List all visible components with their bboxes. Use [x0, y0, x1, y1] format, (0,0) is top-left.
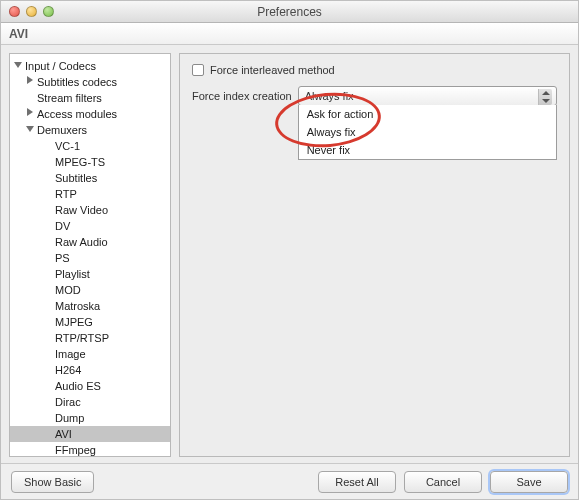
save-button[interactable]: Save: [490, 471, 568, 493]
tree-row[interactable]: Raw Audio: [10, 234, 170, 250]
tree-row-label: Subtitles codecs: [37, 76, 117, 88]
tree-row[interactable]: Raw Video: [10, 202, 170, 218]
tree-row-label: Playlist: [55, 268, 90, 280]
row-force-index: Force index creation Always fix Ask for …: [192, 86, 557, 106]
force-index-select-wrap: Always fix Ask for actionAlways fixNever…: [298, 86, 557, 106]
cancel-button[interactable]: Cancel: [404, 471, 482, 493]
tree-row[interactable]: Input / Codecs: [10, 58, 170, 74]
disclosure-none-icon: [44, 269, 53, 278]
section-header: AVI: [1, 23, 578, 45]
tree-row[interactable]: Stream filters: [10, 90, 170, 106]
tree-row[interactable]: MOD: [10, 282, 170, 298]
disclosure-right-icon[interactable]: [26, 77, 35, 86]
tree-row[interactable]: Access modules: [10, 106, 170, 122]
tree-row-label: Demuxers: [37, 124, 87, 136]
tree-row-label: Matroska: [55, 300, 100, 312]
disclosure-none-icon: [44, 445, 53, 454]
tree-row-label: Subtitles: [55, 172, 97, 184]
disclosure-none-icon: [44, 365, 53, 374]
tree-row-label: Dump: [55, 412, 84, 424]
disclosure-none-icon: [44, 397, 53, 406]
tree-row[interactable]: Matroska: [10, 298, 170, 314]
disclosure-none-icon: [44, 237, 53, 246]
tree-row-label: Image: [55, 348, 86, 360]
dropdown-option[interactable]: Never fix: [299, 141, 556, 159]
tree-row[interactable]: AVI: [10, 426, 170, 442]
content-panel: Force interleaved method Force index cre…: [179, 53, 570, 457]
updown-caret-icon: [538, 89, 552, 105]
force-index-label: Force index creation: [192, 90, 292, 102]
tree-row-label: FFmpeg: [55, 444, 96, 456]
close-icon[interactable]: [9, 6, 20, 17]
tree-row-label: H264: [55, 364, 81, 376]
sidebar: Input / CodecsSubtitles codecsStream fil…: [9, 53, 171, 457]
tree-row[interactable]: Image: [10, 346, 170, 362]
tree-row-label: MPEG-TS: [55, 156, 105, 168]
footer: Show Basic Reset All Cancel Save: [1, 463, 578, 499]
tree-row[interactable]: Subtitles codecs: [10, 74, 170, 90]
show-basic-button[interactable]: Show Basic: [11, 471, 94, 493]
force-index-select-value: Always fix: [305, 90, 354, 102]
disclosure-down-icon[interactable]: [26, 125, 35, 134]
disclosure-none-icon: [44, 381, 53, 390]
tree-row[interactable]: VC-1: [10, 138, 170, 154]
main-body: Input / CodecsSubtitles codecsStream fil…: [1, 45, 578, 463]
dropdown-option[interactable]: Ask for action: [299, 105, 556, 123]
tree-row[interactable]: Playlist: [10, 266, 170, 282]
tree-row-label: Audio ES: [55, 380, 101, 392]
disclosure-none-icon: [44, 317, 53, 326]
tree-row[interactable]: DV: [10, 218, 170, 234]
tree-row-label: MOD: [55, 284, 81, 296]
zoom-icon[interactable]: [43, 6, 54, 17]
tree-row[interactable]: PS: [10, 250, 170, 266]
disclosure-right-icon[interactable]: [26, 109, 35, 118]
reset-all-button[interactable]: Reset All: [318, 471, 396, 493]
tree-row[interactable]: Subtitles: [10, 170, 170, 186]
tree-row[interactable]: MPEG-TS: [10, 154, 170, 170]
titlebar: Preferences: [1, 1, 578, 23]
disclosure-down-icon[interactable]: [14, 61, 23, 70]
force-index-select[interactable]: Always fix: [298, 86, 557, 106]
tree-row-label: Dirac: [55, 396, 81, 408]
tree-row[interactable]: RTP/RTSP: [10, 330, 170, 346]
tree-row-label: MJPEG: [55, 316, 93, 328]
window-title: Preferences: [1, 5, 578, 19]
tree-row-label: PS: [55, 252, 70, 264]
disclosure-none-icon: [44, 429, 53, 438]
tree-row-label: Access modules: [37, 108, 117, 120]
disclosure-none-icon: [44, 301, 53, 310]
disclosure-none-icon: [44, 253, 53, 262]
tree-row-label: Stream filters: [37, 92, 102, 104]
tree-row[interactable]: FFmpeg: [10, 442, 170, 457]
tree-row[interactable]: RTP: [10, 186, 170, 202]
tree-row[interactable]: Dump: [10, 410, 170, 426]
disclosure-none-icon: [44, 141, 53, 150]
tree-row[interactable]: H264: [10, 362, 170, 378]
window-controls: [9, 6, 54, 17]
disclosure-none-icon: [44, 221, 53, 230]
disclosure-none-icon: [44, 285, 53, 294]
disclosure-none-icon: [26, 93, 35, 102]
tree-row[interactable]: Audio ES: [10, 378, 170, 394]
preferences-tree[interactable]: Input / CodecsSubtitles codecsStream fil…: [9, 53, 171, 457]
force-interleaved-checkbox[interactable]: [192, 64, 204, 76]
disclosure-none-icon: [44, 349, 53, 358]
tree-row[interactable]: MJPEG: [10, 314, 170, 330]
minimize-icon[interactable]: [26, 6, 37, 17]
tree-row[interactable]: Dirac: [10, 394, 170, 410]
tree-row[interactable]: Demuxers: [10, 122, 170, 138]
tree-row-label: VC-1: [55, 140, 80, 152]
disclosure-none-icon: [44, 189, 53, 198]
disclosure-none-icon: [44, 173, 53, 182]
tree-row-label: Raw Video: [55, 204, 108, 216]
disclosure-none-icon: [44, 157, 53, 166]
disclosure-none-icon: [44, 333, 53, 342]
tree-row-label: RTP: [55, 188, 77, 200]
force-interleaved-label: Force interleaved method: [210, 64, 335, 76]
force-index-dropdown[interactable]: Ask for actionAlways fixNever fix: [298, 105, 557, 160]
disclosure-none-icon: [44, 205, 53, 214]
tree-row-label: Input / Codecs: [25, 60, 96, 72]
dropdown-option[interactable]: Always fix: [299, 123, 556, 141]
tree-row-label: AVI: [55, 428, 72, 440]
disclosure-none-icon: [44, 413, 53, 422]
